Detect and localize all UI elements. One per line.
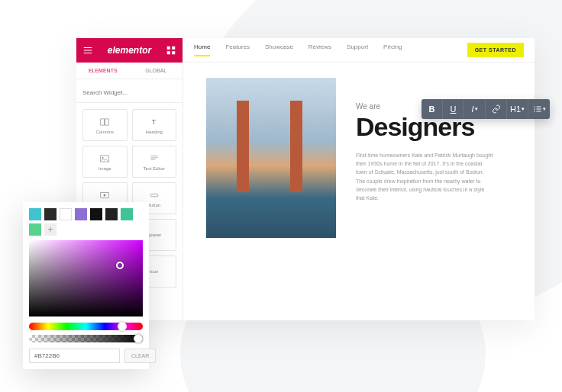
menu-icon[interactable]: [82, 45, 93, 56]
hero-image[interactable]: [206, 78, 336, 238]
clear-button[interactable]: CLEAR: [124, 349, 156, 363]
svg-rect-0: [167, 47, 170, 50]
hero-text[interactable]: We are Designers First-time homeowners K…: [356, 78, 512, 202]
nav-showcase[interactable]: Showcase: [265, 43, 293, 56]
color-picker: + CLEAR: [23, 202, 149, 369]
svg-rect-10: [150, 194, 157, 197]
underline-button[interactable]: U: [443, 99, 464, 119]
nav-support[interactable]: Support: [347, 43, 368, 56]
hue-thumb[interactable]: [118, 322, 127, 331]
alpha-slider[interactable]: [29, 335, 143, 342]
heading-button[interactable]: H1▾: [507, 99, 528, 119]
list-button[interactable]: ▾: [528, 99, 550, 119]
add-swatch-button[interactable]: +: [44, 223, 57, 236]
svg-rect-1: [172, 47, 175, 50]
canvas-area: Home Features Showcase Reviews Support P…: [183, 38, 535, 320]
svg-rect-3: [172, 51, 175, 54]
saturation-field[interactable]: [29, 240, 143, 316]
svg-rect-4: [101, 118, 105, 124]
widget-columns[interactable]: Columns: [82, 109, 128, 141]
link-icon: [492, 104, 501, 114]
saturation-cursor[interactable]: [116, 262, 124, 269]
svg-point-11: [534, 106, 535, 108]
hue-slider[interactable]: [29, 323, 143, 330]
list-icon: [533, 104, 542, 114]
nav-reviews[interactable]: Reviews: [308, 43, 331, 56]
svg-rect-5: [105, 118, 109, 124]
swatch[interactable]: [29, 223, 41, 236]
swatch[interactable]: [75, 208, 87, 220]
swatch[interactable]: [29, 208, 41, 220]
sidebar-header: elementor: [76, 38, 182, 63]
swatch[interactable]: [44, 208, 57, 220]
hex-input[interactable]: [29, 349, 120, 363]
tab-elements[interactable]: ELEMENTS: [76, 63, 130, 79]
widget-text-editor[interactable]: Text Editor: [132, 146, 177, 178]
nav-features[interactable]: Features: [225, 43, 250, 56]
swatch[interactable]: [121, 208, 133, 220]
link-button[interactable]: [486, 99, 507, 119]
alpha-thumb[interactable]: [134, 334, 143, 343]
svg-rect-2: [167, 51, 170, 54]
text-format-toolbar: B U I▾ H1▾ ▾: [422, 99, 550, 119]
svg-point-8: [102, 156, 104, 158]
hero-description: First-time homeowners Kate and Patrick M…: [356, 151, 493, 202]
logo: elementor: [108, 45, 151, 56]
widget-search: [76, 79, 182, 103]
widget-heading[interactable]: THeading: [132, 109, 177, 141]
nav-pricing[interactable]: Pricing: [383, 43, 402, 56]
swatch[interactable]: [90, 208, 102, 220]
nav-home[interactable]: Home: [194, 43, 210, 56]
swatch[interactable]: [105, 208, 118, 220]
apps-icon[interactable]: [166, 45, 176, 56]
svg-text:T: T: [151, 117, 156, 125]
svg-point-12: [534, 108, 535, 110]
widget-image[interactable]: Image: [82, 146, 128, 178]
swatch-row: +: [29, 208, 143, 236]
bold-button[interactable]: B: [422, 99, 443, 119]
italic-button[interactable]: I▾: [464, 99, 486, 119]
sidebar-tabs: ELEMENTS GLOBAL: [76, 63, 182, 79]
swatch[interactable]: [60, 208, 72, 220]
tab-global[interactable]: GLOBAL: [130, 63, 183, 79]
site-nav: Home Features Showcase Reviews Support P…: [183, 38, 535, 63]
svg-point-13: [534, 111, 535, 112]
search-input[interactable]: [82, 89, 176, 96]
get-started-button[interactable]: GET STARTED: [467, 43, 524, 57]
